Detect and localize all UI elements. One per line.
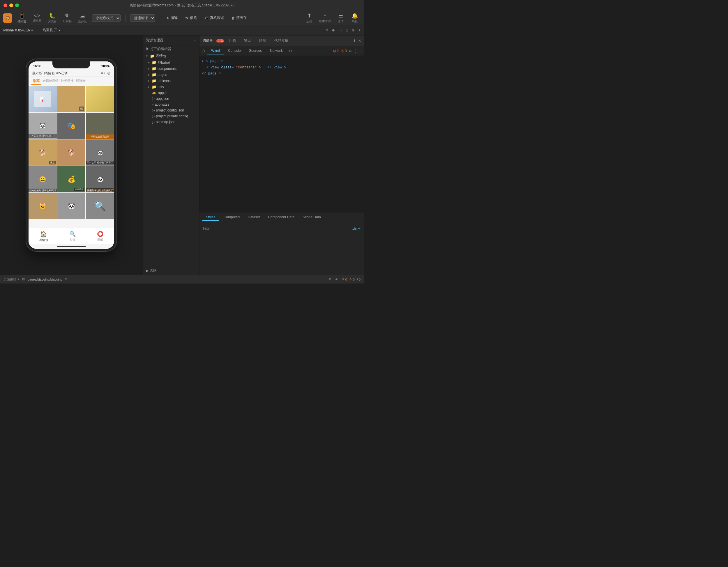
devtools-expand-icon[interactable]: ⬆	[353, 39, 356, 43]
avatar[interactable]: 🦁	[3, 13, 12, 23]
file-tree-projectconfig[interactable]: ▶ {·} project.config.json	[143, 107, 199, 113]
copy-path-icon[interactable]: ⧉	[65, 278, 67, 281]
phone-meme-grid[interactable]: 📊 略	[29, 86, 114, 228]
sub-toolbar: iPhone X 85% 16 ▾ 热重载 开 ▾ ↻ ⏺ ▭ ⊡ ⊕ ✦	[0, 25, 364, 36]
code-line-1: ▶ < page >	[202, 58, 362, 65]
record-icon[interactable]: ⏺	[332, 28, 335, 32]
file-tree-root[interactable]: ▼ 📁 表情包	[143, 53, 199, 59]
meme-cell-4-3[interactable]: 🐼 在讨饭 隔着屏幕也能感觉像死了	[86, 166, 114, 193]
meme-cell-4-2[interactable]: 💰 超级搞笑	[57, 166, 86, 193]
device-selector[interactable]: iPhone X 85% 16 ▾	[3, 28, 33, 32]
inner-tab-wxml[interactable]: Wxml	[207, 47, 224, 54]
add-style-button[interactable]: +	[358, 226, 361, 231]
debugger-button[interactable]: 🐛 调试器	[45, 11, 59, 25]
devtools-cursor-icon[interactable]: ⬡	[202, 49, 205, 53]
upload-button[interactable]: ⬆ 上传	[303, 11, 316, 25]
meme-cell-1-3[interactable]	[86, 86, 114, 112]
bottom-tab-dataset[interactable]: Dataset	[244, 214, 263, 221]
more-icon[interactable]: ✦	[358, 28, 361, 32]
editor-button[interactable]: </> 编辑器	[30, 12, 44, 24]
phone-menu-icon[interactable]: •••	[100, 71, 105, 75]
devtools-tab-output[interactable]: 输出	[241, 37, 255, 44]
phone-nav-panda[interactable]: 熊猫金	[75, 78, 87, 85]
file-tree-projectprivate[interactable]: ▶ {·} project.private.config...	[143, 113, 199, 119]
refresh-icon[interactable]: ↻	[325, 28, 328, 32]
meme-row-2: 🐼 不爱了 连语气都变了 🎭 不许这么跟我说话	[29, 113, 114, 139]
more-options-icon[interactable]: ⋮	[354, 49, 357, 53]
meme-cell-2-1[interactable]: 🐼 不爱了 连语气都变了	[29, 113, 57, 139]
code-expand-arrow[interactable]: ▶	[202, 59, 206, 63]
meme-cell-1-1[interactable]: 📊	[29, 86, 57, 112]
devtools-tab-issue[interactable]: 问题	[225, 37, 239, 44]
clear-cache-button[interactable]: 🗑 清缓存	[229, 14, 250, 22]
inner-tab-console[interactable]: Console	[224, 47, 245, 54]
inner-tab-sources[interactable]: Sources	[245, 47, 266, 54]
file-tree-babel[interactable]: ▶ 📁 @babel	[143, 59, 199, 66]
file-tree-utils[interactable]: ▶ 📁 utils	[143, 84, 199, 90]
file-tree-appwxss[interactable]: ▶ ~ app.wxss	[143, 102, 199, 107]
outline-header[interactable]: ▶ 大纲	[146, 268, 196, 273]
phone-add-icon[interactable]: ⊕	[107, 71, 111, 75]
cls-button[interactable]: .cls	[352, 227, 357, 230]
copy-panel-icon[interactable]: ⊡	[359, 49, 362, 53]
meme-cell-5-1[interactable]: 🐱	[29, 193, 57, 219]
file-tree-appjs[interactable]: ▶ JS app.js	[143, 90, 199, 96]
compile-button[interactable]: ↻ 编译	[164, 14, 181, 22]
settings-status-icon[interactable]: ⚙	[329, 278, 332, 281]
screenshot-icon[interactable]: ⊡	[345, 28, 348, 32]
phone-nav-recommend[interactable]: 推荐	[31, 78, 41, 85]
main-toolbar: 🦁 📱 模拟器 </> 编辑器 🐛 调试器 👁 可视化 ☁ 云开发 小程序模式 …	[0, 11, 364, 25]
program-mode-select[interactable]: 小程序模式	[92, 14, 121, 22]
cloud-button[interactable]: ☁ 云开发	[76, 11, 89, 25]
minimize-button[interactable]	[9, 3, 13, 7]
bottom-tab-computed[interactable]: Computed	[220, 214, 243, 221]
phone-nav-mosquito[interactable]: 蚊子动漫	[60, 78, 75, 85]
file-tree-appjson[interactable]: ▶ {·} app.json	[143, 96, 199, 102]
filter-input[interactable]	[203, 227, 352, 231]
meme-cell-1-2[interactable]: 略	[57, 86, 86, 112]
inner-tab-more-icon[interactable]: >>	[287, 49, 294, 53]
detail-button[interactable]: ☰ 详情	[334, 11, 347, 25]
devtools-close-icon[interactable]: ✕	[358, 39, 361, 43]
file-tree-pages[interactable]: ▶ 📁 pages	[143, 72, 199, 78]
bottom-nav-avatar[interactable]: 🔍 头像	[69, 231, 76, 242]
phone-nav-gold[interactable]: 金馆长表情	[41, 78, 60, 85]
close-button[interactable]	[3, 3, 7, 7]
meme-cell-3-3[interactable]: 🐼 早什么早 砖都装了两车了	[86, 140, 114, 166]
meme-cell-2-2[interactable]: 🎭	[57, 113, 86, 139]
file-tree-sitemap[interactable]: ▶ {·} sitemap.json	[143, 119, 199, 125]
title-bar: 表情包-锦鲤源码koicms.com - 微信开发者工具 Stable 1.06…	[0, 0, 364, 11]
visual-button[interactable]: 👁 可视化	[61, 11, 74, 24]
open-editors-section[interactable]: ▶ 打开的编辑器	[143, 45, 199, 53]
meme-cell-5-3[interactable]: 🔍	[86, 193, 114, 219]
compile-mode-select[interactable]: 普通编译	[130, 14, 155, 22]
hot-reload-toggle[interactable]: 热重载 开 ▾	[41, 27, 61, 33]
bottom-tab-styles[interactable]: Styles	[202, 214, 219, 221]
settings-gear-icon[interactable]: ⚙	[349, 49, 352, 53]
file-panel-more-icon[interactable]: ···	[193, 38, 196, 43]
real-debug-button[interactable]: 📲 真机调试	[202, 14, 227, 22]
bottom-nav-wallpaper[interactable]: ⭕ 壁纸	[97, 231, 103, 242]
bottom-tab-scope-data[interactable]: Scope Data	[299, 214, 324, 221]
meme-cell-3-2[interactable]: 🐕	[57, 140, 86, 166]
meme-cell-4-1[interactable]: 😄 想抱也抱到 想来也来不到	[29, 166, 57, 193]
meme-cell-2-3[interactable]: 不许这么跟我说话	[86, 113, 114, 139]
meme-cell-3-1[interactable]: 🐕 懂迄	[29, 140, 57, 166]
preview-button[interactable]: 👁 预览	[182, 14, 200, 22]
simulator-button[interactable]: 📱 模拟器	[15, 11, 29, 25]
devtools-tab-quality[interactable]: 代码质量	[271, 37, 292, 44]
view-status-icon[interactable]: 👁	[335, 278, 338, 281]
file-tree-tablcons[interactable]: ▶ 📁 tablcons	[143, 78, 199, 84]
devtools-tab-terminal[interactable]: 终端	[256, 37, 270, 44]
settings-icon[interactable]: ⊕	[352, 28, 355, 32]
file-tree-components[interactable]: ▶ 📁 components	[143, 66, 199, 72]
message-button[interactable]: 🔔 消息	[348, 11, 361, 25]
bottom-nav-biaoqing[interactable]: 🏠 表情包	[39, 231, 48, 242]
meme-cell-5-2[interactable]: 🐼	[57, 193, 86, 219]
fullscreen-button[interactable]	[15, 3, 19, 7]
phone-time: 16:39	[33, 64, 41, 68]
phone-frame-icon[interactable]: ▭	[339, 28, 342, 32]
inner-tab-network[interactable]: Network	[266, 47, 287, 54]
bottom-tab-component-data[interactable]: Component Data	[264, 214, 298, 221]
version-button[interactable]: ⑂ 版本管理	[317, 11, 333, 24]
